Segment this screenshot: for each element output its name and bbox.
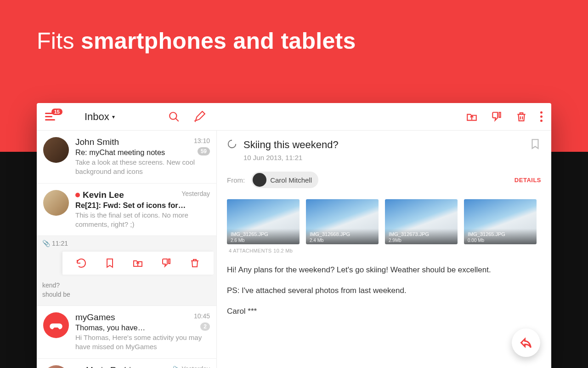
delete-button[interactable] <box>515 111 527 123</box>
message-reader: Skiing this weekend? 10 Jun 2013, 11:21 … <box>217 131 551 368</box>
avatar <box>253 173 266 187</box>
trash-icon <box>189 258 200 269</box>
timestamp: 11:21 <box>52 240 68 247</box>
unread-badge: 15 <box>51 109 62 115</box>
folder-name: Inbox <box>85 111 109 123</box>
timestamp: Yesterday <box>181 190 210 197</box>
hero-light: Fits <box>37 28 81 54</box>
refresh-icon <box>76 258 87 269</box>
attachments-summary: 4 ATTACHMENTS10.2 Mb <box>227 248 541 253</box>
sender-name: Maria Rodriguez <box>86 365 150 368</box>
list-item[interactable]: ↩Maria Rodriguez Re[20]:Fwd: Set of icon… <box>37 359 216 368</box>
move-button[interactable] <box>466 111 478 123</box>
sender-name: John Smith <box>75 137 119 147</box>
preview: This is the final set of icons. No more … <box>75 211 209 230</box>
message-date: 10 Jun 2013, 11:21 <box>243 154 541 161</box>
sender-name: myGames <box>75 312 115 322</box>
quick-action-bar <box>62 252 214 275</box>
bookmark-icon <box>104 258 115 269</box>
from-label: From: <box>227 176 245 184</box>
pencil-icon <box>194 111 206 123</box>
trash-icon <box>515 111 527 123</box>
details-button[interactable]: DETAILS <box>514 177 541 184</box>
menu-button[interactable]: 15 <box>45 111 59 122</box>
body-paragraph: Hi! Any plans for the weekend? Let's go … <box>227 264 541 276</box>
attachment-thumb[interactable]: IMG_31265.JPG 0.00 Mb <box>464 199 537 244</box>
compose-button[interactable] <box>194 111 206 123</box>
folder-move-icon <box>466 111 478 123</box>
message-subject: Skiing this weekend? <box>243 139 339 151</box>
message-body: Hi! Any plans for the weekend? Let's go … <box>227 264 541 318</box>
hero-title: Fits smartphones and tablets <box>37 28 356 54</box>
attachment-size: 2.6 Mb <box>231 238 245 243</box>
thumbs-down-icon <box>161 258 172 269</box>
timestamp: 13:10 <box>194 137 210 144</box>
bookmark-button[interactable] <box>104 257 116 269</box>
reply-arrow-icon: ↩ <box>75 365 82 368</box>
thread-count: 59 <box>198 147 210 155</box>
thumbs-down-icon <box>491 111 503 123</box>
hero-bold: smartphones and tablets <box>81 28 356 54</box>
preview-cut: kend? should be <box>42 281 211 299</box>
attachment-name: IMG_31265.JPG <box>468 231 505 237</box>
list-item[interactable]: Kevin Lee Re[21]: Fwd: Set of icons for…… <box>37 184 216 236</box>
attachment-name: IMG_31265.JPG <box>231 231 268 237</box>
avatar <box>43 137 69 163</box>
sender-name: Carol Mitchell <box>270 176 312 184</box>
sender-chip[interactable]: Carol Mitchell <box>251 172 318 188</box>
search-button[interactable] <box>168 111 180 123</box>
gamepad-icon <box>49 318 63 332</box>
avatar <box>43 190 69 216</box>
preview: Hi Thomas, Here's some activity you may … <box>75 333 209 352</box>
attachment-size: 0.00 Mb <box>468 238 484 243</box>
attachment-size: 2.4 Mb <box>310 238 324 243</box>
reply-icon <box>520 336 532 349</box>
attachment-name: IMG_312668.JPG <box>310 231 350 237</box>
body-paragraph: PS: I've attached several photos from la… <box>227 284 541 297</box>
list-item-selected[interactable]: 📎11:21 kend? should be <box>37 236 216 306</box>
list-item[interactable]: myGames Thomas, you have… Hi Thomas, Her… <box>37 306 216 359</box>
move-button[interactable] <box>132 257 144 269</box>
attachment-name: IMG_312673.JPG <box>389 231 429 237</box>
attachments-row: IMG_31265.JPG 2.6 Mb IMG_312668.JPG 2.4 … <box>227 199 541 244</box>
attachment-thumb[interactable]: IMG_312673.JPG 2.9Mb <box>385 199 458 244</box>
clip-icon: 📎 <box>42 240 50 247</box>
spam-button[interactable] <box>160 257 172 269</box>
subject: Thomas, you have… <box>75 323 209 332</box>
timestamp: 📎Yesterday <box>173 365 210 368</box>
sender-name: Kevin Lee <box>83 190 124 200</box>
unread-dot-icon <box>75 193 80 197</box>
message-list[interactable]: John Smith Re: myChat meeting notes Take… <box>37 131 217 368</box>
svg-point-0 <box>170 112 176 119</box>
attachment-thumb[interactable]: IMG_31265.JPG 2.6 Mb <box>227 199 300 244</box>
list-item[interactable]: John Smith Re: myChat meeting notes Take… <box>37 131 216 184</box>
loading-icon <box>227 139 237 151</box>
avatar <box>43 365 69 368</box>
search-icon <box>168 111 180 123</box>
delete-button[interactable] <box>189 257 201 269</box>
refresh-button[interactable] <box>75 257 87 269</box>
folder-dropdown[interactable]: Inbox ▾ <box>85 111 115 123</box>
avatar <box>43 312 69 338</box>
toolbar: 15 Inbox ▾ <box>37 103 551 131</box>
preview: Take a look at these screens. New cool b… <box>75 158 209 177</box>
subject: Re[21]: Fwd: Set of icons for… <box>75 201 209 210</box>
bookmark-icon <box>529 138 541 150</box>
tablet-frame: 15 Inbox ▾ <box>37 103 551 368</box>
subject: Re: myChat meeting notes <box>75 148 209 157</box>
chevron-down-icon: ▾ <box>112 114 115 120</box>
clip-icon: 📎 <box>173 366 180 368</box>
spam-button[interactable] <box>491 111 503 123</box>
timestamp: 10:45 <box>194 312 210 320</box>
thread-count: 2 <box>200 322 210 331</box>
bookmark-button[interactable] <box>529 138 541 150</box>
body-paragraph: Carol *** <box>227 305 541 317</box>
overflow-menu[interactable] <box>540 111 543 122</box>
attachment-thumb[interactable]: IMG_312668.JPG 2.4 Mb <box>306 199 379 244</box>
attachment-size: 2.9Mb <box>389 238 401 243</box>
reply-fab[interactable] <box>512 328 540 357</box>
folder-move-icon <box>132 258 143 269</box>
